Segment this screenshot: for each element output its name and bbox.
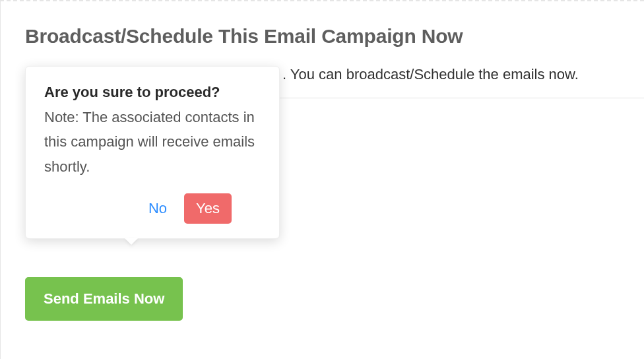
send-emails-button[interactable]: Send Emails Now xyxy=(25,277,183,321)
popover-title: Are you sure to proceed? xyxy=(44,84,261,101)
no-button[interactable]: No xyxy=(146,195,170,222)
popover-note: Note: The associated contacts in this ca… xyxy=(44,105,261,179)
yes-button[interactable]: Yes xyxy=(184,193,232,224)
top-dashed-border xyxy=(0,0,644,1)
confirm-popover: Are you sure to proceed? Note: The assoc… xyxy=(25,66,280,239)
page-title: Broadcast/Schedule This Email Campaign N… xyxy=(25,25,644,48)
popover-actions: No Yes xyxy=(44,193,232,224)
left-border xyxy=(0,1,1,359)
description-text: . You can broadcast/Schedule the emails … xyxy=(282,66,644,83)
